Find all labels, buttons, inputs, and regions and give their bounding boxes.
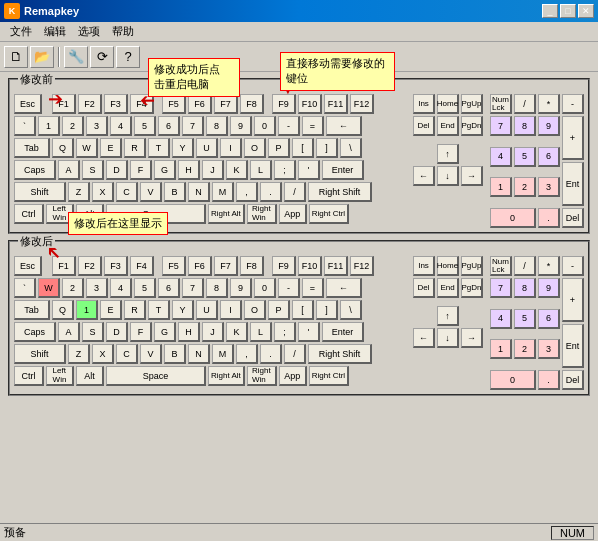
key-f8-b[interactable]: F8 [240, 94, 264, 114]
key-pgup-b[interactable]: PgUp [461, 94, 483, 114]
key-num6-b[interactable]: 6 [538, 147, 560, 167]
key-backspace-b[interactable]: ← [326, 116, 362, 136]
key-m-b[interactable]: M [212, 182, 234, 202]
key-num9-b[interactable]: 9 [538, 116, 560, 136]
key-y-b[interactable]: Y [172, 138, 194, 158]
key-b-b[interactable]: B [164, 182, 186, 202]
key-enter-b[interactable]: Enter [322, 160, 364, 180]
key-numplus-b[interactable]: + [562, 116, 584, 160]
key-f6-b[interactable]: F6 [188, 94, 212, 114]
key-up-a[interactable]: ↑ [437, 306, 459, 326]
key-caps-a[interactable]: Caps [14, 322, 56, 342]
key-tab-b[interactable]: Tab [14, 138, 50, 158]
key-f11-a[interactable]: F11 [324, 256, 348, 276]
key-7-a[interactable]: 7 [182, 278, 204, 298]
open-button[interactable]: 📂 [30, 46, 54, 68]
key-numdot-b[interactable]: . [538, 208, 560, 228]
key-rshift-a[interactable]: Right Shift [308, 344, 372, 364]
key-a-a[interactable]: A [58, 322, 80, 342]
key-8-b[interactable]: 8 [206, 116, 228, 136]
new-button[interactable]: 🗋 [4, 46, 28, 68]
key-f5-b[interactable]: F5 [162, 94, 186, 114]
key-comma-b[interactable]: , [236, 182, 258, 202]
key-f11-b[interactable]: F11 [324, 94, 348, 114]
key-9-b[interactable]: 9 [230, 116, 252, 136]
key-pgdn-b[interactable]: PgDn [461, 116, 483, 136]
key-ralt-a[interactable]: Right Alt [208, 366, 245, 386]
key-left-a[interactable]: ← [413, 328, 435, 348]
key-app-b[interactable]: App [279, 204, 307, 224]
key-l-a[interactable]: L [250, 322, 272, 342]
key-ralt-b[interactable]: Right Alt [208, 204, 245, 224]
key-pgup-a[interactable]: PgUp [461, 256, 483, 276]
key-m-a[interactable]: M [212, 344, 234, 364]
key-num4-b[interactable]: 4 [490, 147, 512, 167]
key-0-a[interactable]: 0 [254, 278, 276, 298]
key-rbracket-a[interactable]: ] [316, 300, 338, 320]
key-numdiv-b[interactable]: / [514, 94, 536, 114]
key-z-a[interactable]: Z [68, 344, 90, 364]
key-num5-b[interactable]: 5 [514, 147, 536, 167]
key-caps-b[interactable]: Caps [14, 160, 56, 180]
key-slash-b[interactable]: / [284, 182, 306, 202]
key-u-b[interactable]: U [196, 138, 218, 158]
key-t-a[interactable]: T [148, 300, 170, 320]
key-f3-b[interactable]: F3 [104, 94, 128, 114]
key-f7-b[interactable]: F7 [214, 94, 238, 114]
key-esc-a[interactable]: Esc [14, 256, 42, 276]
key-7-b[interactable]: 7 [182, 116, 204, 136]
key-esc-b[interactable]: Esc [14, 94, 42, 114]
key-c-b[interactable]: C [116, 182, 138, 202]
minimize-button[interactable]: _ [542, 4, 558, 18]
key-right-b[interactable]: → [461, 166, 483, 186]
key-f10-a[interactable]: F10 [298, 256, 322, 276]
key-h-a[interactable]: H [178, 322, 200, 342]
key-d-a[interactable]: D [106, 322, 128, 342]
key-r-a[interactable]: R [124, 300, 146, 320]
key-w-at-1-a[interactable]: W [38, 278, 60, 298]
key-num2-a[interactable]: 2 [514, 339, 536, 359]
key-lbracket-b[interactable]: [ [292, 138, 314, 158]
key-left-b[interactable]: ← [413, 166, 435, 186]
key-f6-a[interactable]: F6 [188, 256, 212, 276]
key-a-b[interactable]: A [58, 160, 80, 180]
key-i-a[interactable]: I [220, 300, 242, 320]
key-space-a[interactable]: Space [106, 366, 206, 386]
key-num5-a[interactable]: 5 [514, 309, 536, 329]
maximize-button[interactable]: □ [560, 4, 576, 18]
key-numenter-a[interactable]: Ent [562, 324, 584, 368]
key-v-b[interactable]: V [140, 182, 162, 202]
key-tilde-a[interactable]: ` [14, 278, 36, 298]
key-nummul-a[interactable]: * [538, 256, 560, 276]
key-rbracket-b[interactable]: ] [316, 138, 338, 158]
key-end-a[interactable]: End [437, 278, 459, 298]
key-h-b[interactable]: H [178, 160, 200, 180]
key-lshift-a[interactable]: Shift [14, 344, 66, 364]
key-period-a[interactable]: . [260, 344, 282, 364]
key-lctrl-a[interactable]: Ctrl [14, 366, 44, 386]
key-w-b[interactable]: W [76, 138, 98, 158]
key-numminus-a[interactable]: - [562, 256, 584, 276]
key-f5-a[interactable]: F5 [162, 256, 186, 276]
key-j-b[interactable]: J [202, 160, 224, 180]
key-z-b[interactable]: Z [68, 182, 90, 202]
key-q-b[interactable]: Q [52, 138, 74, 158]
key-8-a[interactable]: 8 [206, 278, 228, 298]
key-backslash-a[interactable]: \ [340, 300, 362, 320]
key-g-b[interactable]: G [154, 160, 176, 180]
key-n-a[interactable]: N [188, 344, 210, 364]
save-button[interactable]: 🔧 [64, 46, 88, 68]
key-0-b[interactable]: 0 [254, 116, 276, 136]
key-num0-b[interactable]: 0 [490, 208, 536, 228]
key-o-b[interactable]: O [244, 138, 266, 158]
key-rwin-a[interactable]: RightWin [247, 366, 277, 386]
key-f12-a[interactable]: F12 [350, 256, 374, 276]
menu-options[interactable]: 选项 [72, 22, 106, 41]
key-num1-a[interactable]: 1 [490, 339, 512, 359]
key-num0-a[interactable]: 0 [490, 370, 536, 390]
key-tilde-b[interactable]: ` [14, 116, 36, 136]
key-equals-b[interactable]: = [302, 116, 324, 136]
key-lctrl-b[interactable]: Ctrl [14, 204, 44, 224]
key-f-b[interactable]: F [130, 160, 152, 180]
key-f7-a[interactable]: F7 [214, 256, 238, 276]
